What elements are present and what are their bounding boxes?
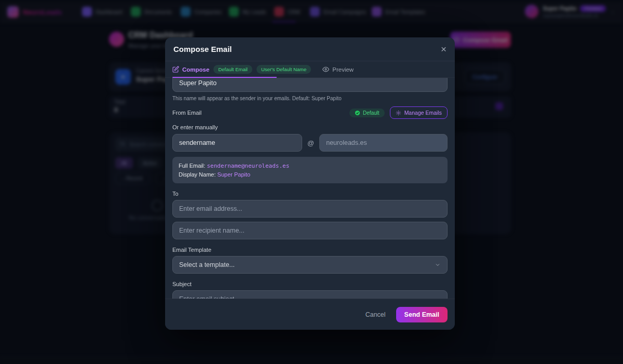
default-badge[interactable]: Default (349, 109, 385, 117)
full-email-value: sendername@neuroleads.es (207, 163, 289, 169)
tab-compose[interactable]: Compose (172, 66, 209, 73)
manage-emails-button[interactable]: Manage Emails (390, 106, 448, 119)
at-separator: @ (307, 139, 314, 147)
template-select[interactable]: Select a template... (172, 256, 448, 274)
display-name-label: Display Name: (179, 171, 216, 178)
send-email-button[interactable]: Send Email (396, 307, 448, 322)
check-circle-icon (355, 110, 360, 116)
compose-email-modal: Compose Email × Compose Default Email Us… (165, 37, 455, 330)
sender-domain-input[interactable] (319, 134, 448, 152)
modal-footer: Cancel Send Email (165, 299, 455, 330)
subject-input[interactable] (172, 290, 448, 299)
full-email-label: Full Email: (179, 163, 205, 169)
subject-label: Subject (172, 281, 448, 287)
tab-preview[interactable]: Preview (322, 66, 354, 73)
cancel-button[interactable]: Cancel (365, 311, 386, 318)
compose-pencil-icon (172, 66, 179, 73)
full-email-info-box: Full Email: sendername@neuroleads.es Dis… (172, 157, 448, 183)
email-template-label: Email Template (172, 247, 448, 253)
gear-icon (396, 110, 401, 116)
modal-header: Compose Email × (165, 37, 455, 61)
display-name-value: Super Papito (218, 171, 251, 178)
modal-body: This name will appear as the sender in y… (165, 78, 455, 299)
manual-entry-label: Or enter manually (172, 124, 448, 130)
to-label: To (172, 191, 448, 197)
recipient-email-input[interactable] (172, 200, 448, 218)
users-default-name-badge: User's Default Name (256, 65, 311, 74)
eye-icon (322, 66, 329, 73)
from-name-helper: This name will appear as the sender in y… (172, 96, 448, 101)
recipient-name-input[interactable] (172, 222, 448, 239)
sender-username-input[interactable] (172, 134, 302, 152)
from-email-label: From Email (172, 110, 201, 116)
from-name-input[interactable] (172, 78, 448, 92)
modal-title: Compose Email (173, 45, 232, 53)
close-icon[interactable]: × (441, 44, 446, 54)
chevron-down-icon (435, 262, 441, 268)
modal-tabs: Compose Default Email User's Default Nam… (165, 61, 455, 78)
default-email-badge: Default Email (213, 65, 252, 74)
